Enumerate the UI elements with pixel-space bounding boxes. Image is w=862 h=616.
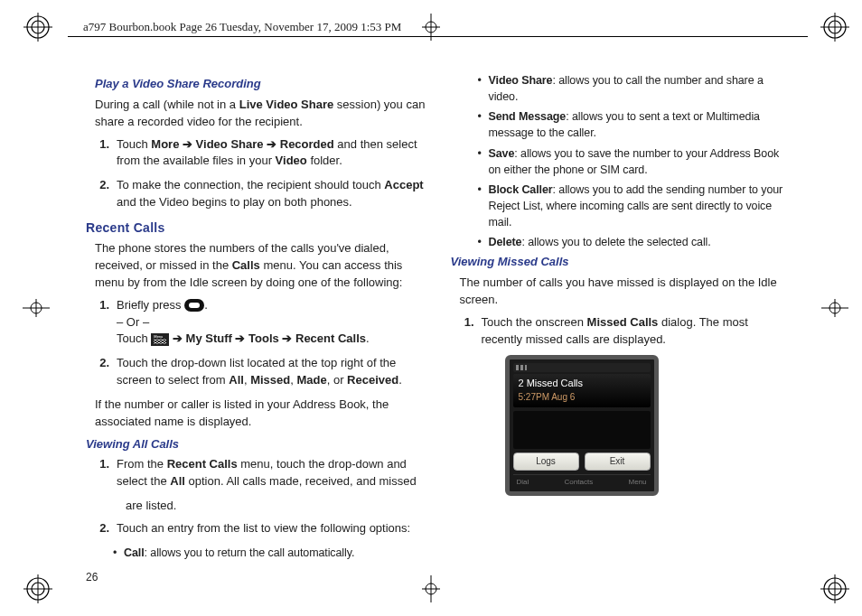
crop-mark-br bbox=[817, 571, 853, 607]
phone-screenshot: 2 Missed Calls 5:27PM Aug 6 Logs Exit Di… bbox=[505, 355, 659, 496]
heading-viewing-missed-calls: Viewing Missed Calls bbox=[451, 254, 791, 271]
opt-block-caller: Block Caller: allows you to add the send… bbox=[478, 182, 791, 230]
menu-grid-icon bbox=[151, 333, 169, 346]
play-step-1: 1. Touch More ➔ Video Share ➔ Recorded a… bbox=[95, 136, 426, 171]
opt-save: Save: allows you to save the number to y… bbox=[478, 145, 791, 178]
heading-play-video-share: Play a Video Share Recording bbox=[95, 76, 426, 93]
crop-mid-left bbox=[23, 294, 50, 322]
play-step-2: 2. To make the connection, the recipient… bbox=[95, 177, 426, 211]
phone-status-bar bbox=[513, 363, 651, 372]
crop-mid-right bbox=[821, 294, 848, 322]
crop-mark-bl bbox=[20, 571, 56, 607]
crop-mark-tl bbox=[20, 9, 56, 45]
header-text: a797 Bourbon.book Page 26 Tuesday, Novem… bbox=[80, 13, 405, 42]
viewall-step-2: 2. Touch an entry from the list to view … bbox=[95, 520, 426, 537]
opt-call: Call: allows you to return the call auto… bbox=[113, 545, 426, 561]
para-recent-calls: The phone stores the numbers of the call… bbox=[95, 240, 426, 292]
missed-step-1: 1. Touch the onscreen Missed Calls dialo… bbox=[460, 314, 791, 349]
para-missed-intro: The number of calls you have missed is d… bbox=[460, 275, 791, 309]
recent-step-2: 2. Touch the drop-down list located at t… bbox=[95, 355, 426, 389]
phone-missed-time: 5:27PM Aug 6 bbox=[519, 391, 645, 405]
phone-softkey-menu: Menu bbox=[628, 477, 646, 488]
heading-recent-calls: Recent Calls bbox=[86, 219, 426, 237]
phone-missed-title: 2 Missed Calls bbox=[519, 377, 645, 391]
para-play-intro: During a call (while not in a Live Video… bbox=[95, 97, 426, 131]
recent-step-1: 1. Briefly press . – Or – Touch ➔ My Stu… bbox=[95, 297, 426, 349]
or-divider: – Or – bbox=[117, 315, 149, 329]
page-number: 26 bbox=[86, 571, 98, 583]
phone-softkey-contacts: Contacts bbox=[565, 477, 594, 488]
para-are-listed: are listed. bbox=[126, 498, 426, 515]
para-address-book: If the number or caller is listed in you… bbox=[95, 397, 426, 431]
heading-viewing-all-calls: Viewing All Calls bbox=[86, 436, 426, 453]
opt-send-message: Send Message: allows you to sent a text … bbox=[478, 108, 791, 141]
crop-mid-bottom bbox=[417, 575, 445, 602]
viewall-step-1: 1. From the Recent Calls menu, touch the… bbox=[95, 456, 426, 490]
send-key-icon bbox=[184, 299, 204, 312]
opt-delete: Delete: allows you to delete the selecte… bbox=[478, 234, 791, 250]
opt-video-share: Video Share: allows you to call the numb… bbox=[478, 72, 791, 105]
header-rule bbox=[68, 36, 808, 37]
crop-mark-tr bbox=[817, 9, 853, 45]
phone-logs-button: Logs bbox=[513, 453, 579, 471]
phone-empty-area bbox=[513, 411, 651, 449]
phone-exit-button: Exit bbox=[585, 453, 651, 471]
phone-softkey-dial: Dial bbox=[517, 477, 529, 488]
page-body: Play a Video Share Recording During a ca… bbox=[86, 72, 790, 566]
